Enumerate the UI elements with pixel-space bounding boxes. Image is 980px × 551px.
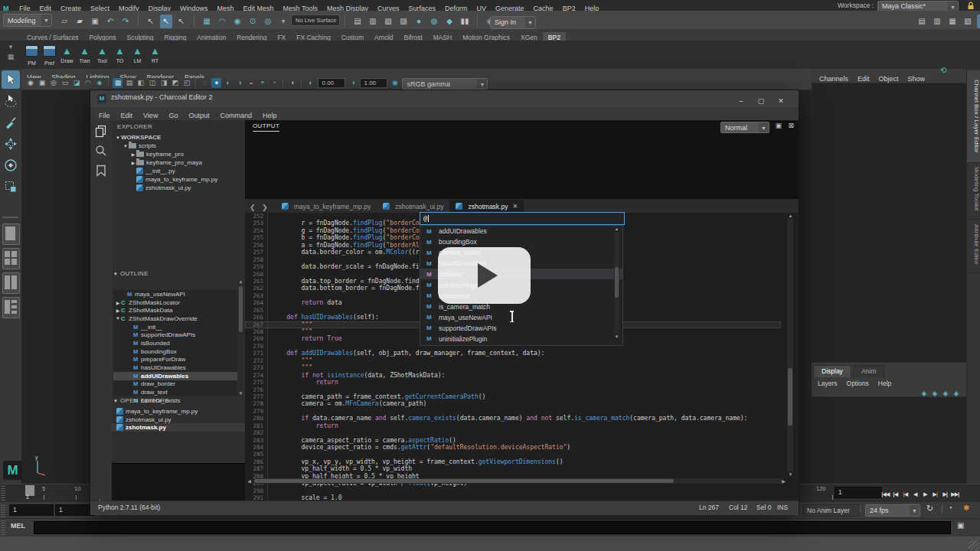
isolate-select-icon[interactable]: ◖ bbox=[287, 78, 297, 88]
toggle-character-icon[interactable]: ▥ bbox=[931, 15, 943, 28]
code-line[interactable]: 279 bbox=[245, 408, 781, 415]
code-line[interactable]: 284 device_aspect_ratio = cmds.getAttr("… bbox=[245, 444, 781, 451]
scale-tool[interactable] bbox=[2, 178, 20, 196]
layer-menu-help[interactable]: Help bbox=[874, 379, 896, 389]
code-line[interactable]: 281 return bbox=[245, 422, 781, 429]
side-tab-modeling-toolkit[interactable]: Modeling Toolkit bbox=[967, 159, 980, 220]
layer-menu-layers[interactable]: Layers bbox=[813, 379, 842, 389]
snap-view-plane-icon[interactable]: ◎ bbox=[262, 15, 274, 28]
scrollbar-thumb[interactable] bbox=[254, 479, 674, 483]
field-chart-icon[interactable]: ◨ bbox=[158, 78, 168, 88]
select-camera-icon[interactable]: ◉ bbox=[25, 78, 35, 88]
outline-scrollbar[interactable] bbox=[238, 285, 243, 390]
render-icon[interactable]: ▤ bbox=[351, 15, 364, 28]
code-line[interactable]: 286 vp_x, vp_y, vp_width, vp_height = fr… bbox=[245, 458, 781, 465]
toggle-tool-settings-icon[interactable]: ▧ bbox=[962, 15, 974, 28]
exposure-icon[interactable]: ◐ bbox=[305, 78, 315, 88]
search-icon[interactable] bbox=[95, 145, 107, 157]
playback-loop-icon[interactable]: ↻ bbox=[926, 504, 933, 514]
outline-item-draw-border[interactable]: Mdraw_border bbox=[113, 380, 237, 389]
chevron-right-icon[interactable]: ▶ bbox=[115, 308, 121, 313]
maximize-button[interactable]: ▢ bbox=[751, 95, 771, 107]
safe-title-icon[interactable]: ◰ bbox=[181, 78, 191, 88]
code-line[interactable]: 283 camera_aspect_ratio = camera.aspectR… bbox=[245, 437, 781, 444]
scroll-left-icon[interactable]: ◀ bbox=[247, 478, 252, 484]
select-hierarchy-icon[interactable]: ↖ bbox=[145, 15, 157, 28]
save-output-icon[interactable]: ▣ bbox=[775, 122, 782, 129]
scroll-up-icon[interactable]: ▲ bbox=[238, 279, 243, 284]
textured-icon[interactable]: ◐ bbox=[223, 78, 233, 88]
snap-curve-icon[interactable]: ◠ bbox=[216, 15, 228, 28]
step-back-key-button[interactable]: |◀ bbox=[900, 487, 910, 501]
scrollbar-thumb[interactable] bbox=[788, 368, 792, 425]
outline-item-preparefordraw[interactable]: MprepareForDraw bbox=[113, 356, 237, 364]
single-pane-layout-button[interactable] bbox=[2, 223, 20, 245]
render-view-icon[interactable]: ◍ bbox=[428, 15, 440, 28]
channel-box-content[interactable] bbox=[812, 83, 968, 363]
anim-layer-field[interactable]: No Anim Layer bbox=[802, 504, 860, 517]
code-line[interactable]: 280 if data.camera_name and self.camera_… bbox=[245, 415, 781, 422]
scroll-up-icon[interactable]: ▲ bbox=[614, 227, 619, 231]
video-play-button[interactable] bbox=[438, 247, 531, 304]
cut-icon[interactable]: ◆ bbox=[443, 15, 456, 28]
code-line[interactable]: 291 scale = 1.0 bbox=[245, 494, 781, 500]
open-editors-header-row[interactable]: ▼OPEN EDITORS bbox=[113, 397, 169, 404]
shelf-item-rt[interactable]: ▲RT bbox=[146, 44, 164, 64]
grid-toggle-icon[interactable]: ▦ bbox=[113, 78, 122, 88]
scrollbar-thumb[interactable] bbox=[239, 286, 243, 332]
open-scene-icon[interactable]: ▰ bbox=[74, 15, 86, 28]
code-line[interactable]: 274 if not isinstance(data, ZShotMaskDat… bbox=[245, 372, 781, 379]
code-line[interactable]: 282 bbox=[245, 429, 781, 436]
scroll-down-icon[interactable]: ▼ bbox=[788, 472, 793, 477]
go-to-end-button[interactable]: ▶▶| bbox=[950, 487, 960, 501]
chevron-down-icon[interactable]: ▼ bbox=[122, 144, 129, 148]
code-line[interactable]: 272 """ bbox=[245, 357, 781, 364]
outline-item-adduidrawables[interactable]: MaddUIDrawables bbox=[113, 372, 237, 380]
tree-item-maya-to-keyframe-mp-py[interactable]: maya_to_keyframe_mp.py bbox=[113, 175, 243, 184]
explorer-icon[interactable] bbox=[95, 125, 107, 139]
shelf-item-tran[interactable]: ▲Tran bbox=[76, 44, 93, 64]
color-transform-dropdown[interactable]: sRGB gamma▼ bbox=[402, 78, 488, 90]
move-tool[interactable] bbox=[2, 135, 20, 153]
tree-item-workspace[interactable]: ▼WORKSPACE bbox=[113, 133, 243, 142]
outline-item-zshotmaskdrawoverride[interactable]: ▼CZShotMaskDrawOverride bbox=[113, 315, 237, 323]
shelf-item-lm[interactable]: ▲LM bbox=[129, 44, 146, 64]
range-start-field[interactable]: 1 bbox=[9, 504, 54, 516]
outline-header-row[interactable]: ▼OUTLINE bbox=[113, 270, 149, 277]
outline-item-draw-text[interactable]: Mdraw_text bbox=[113, 388, 237, 396]
render-settings-icon[interactable]: ▨ bbox=[397, 15, 410, 28]
toggle-outliner-icon[interactable]: ▤ bbox=[916, 15, 928, 28]
shelf-item-pref[interactable]: Pref bbox=[41, 44, 58, 67]
outline-item-init[interactable]: M__init__ bbox=[113, 323, 237, 331]
editor-tab-zshotmask-ui-py[interactable]: zshotmask_ui.py bbox=[377, 200, 449, 214]
autocomplete-item-maya-usenewapi[interactable]: Mmaya_useNewAPI bbox=[420, 312, 622, 323]
scroll-down-icon[interactable]: ▼ bbox=[614, 334, 619, 339]
scrollbar-thumb[interactable] bbox=[615, 267, 619, 298]
code-vscrollbar[interactable] bbox=[787, 219, 793, 471]
code-line[interactable]: 271 def addUIDrawables(self, obj_path, d… bbox=[245, 350, 781, 357]
snap-projected-center-icon[interactable]: ⊙ bbox=[247, 15, 259, 28]
outline-item-zshotmaskdata[interactable]: ▶CZShotMaskData bbox=[113, 306, 237, 315]
step-forward-frame-button[interactable]: ▶| bbox=[940, 487, 950, 501]
shelf-item-draw[interactable]: ▲Draw bbox=[58, 44, 76, 64]
go-to-start-button[interactable]: |◀◀ bbox=[880, 487, 890, 501]
hypershade-icon[interactable]: ● bbox=[413, 15, 425, 28]
snap-grid-icon[interactable]: ▦ bbox=[201, 15, 213, 28]
shelf-tab-menu-icon[interactable]: ▾ bbox=[2, 42, 19, 52]
command-line-grip[interactable] bbox=[1, 520, 5, 535]
close-button[interactable]: ✕ bbox=[771, 95, 791, 107]
rotate-view-icon[interactable]: ⟲ bbox=[940, 66, 946, 74]
code-line[interactable]: 285 bbox=[245, 451, 781, 458]
range-start-inner-field[interactable]: 1 bbox=[55, 504, 95, 516]
chevron-down-icon[interactable]: ▼ bbox=[115, 135, 121, 140]
resize-grip[interactable] bbox=[969, 540, 978, 550]
output-mode-dropdown[interactable]: Normal ▼ bbox=[720, 122, 769, 133]
chevron-right-icon[interactable]: ▶ bbox=[115, 300, 121, 305]
autocomplete-item-boundingbox[interactable]: MboundingBox bbox=[420, 236, 622, 247]
gamma-icon[interactable]: ◑ bbox=[348, 78, 358, 88]
image-plane-icon[interactable]: ◪ bbox=[71, 78, 81, 88]
code-line[interactable]: 290 bbox=[245, 487, 781, 494]
lock-camera-icon[interactable]: ▣ bbox=[37, 78, 47, 88]
side-tab-attribute-editor[interactable]: Attribute Editor bbox=[967, 216, 980, 273]
snap-options-dropdown-icon[interactable]: ▾ bbox=[277, 15, 289, 28]
